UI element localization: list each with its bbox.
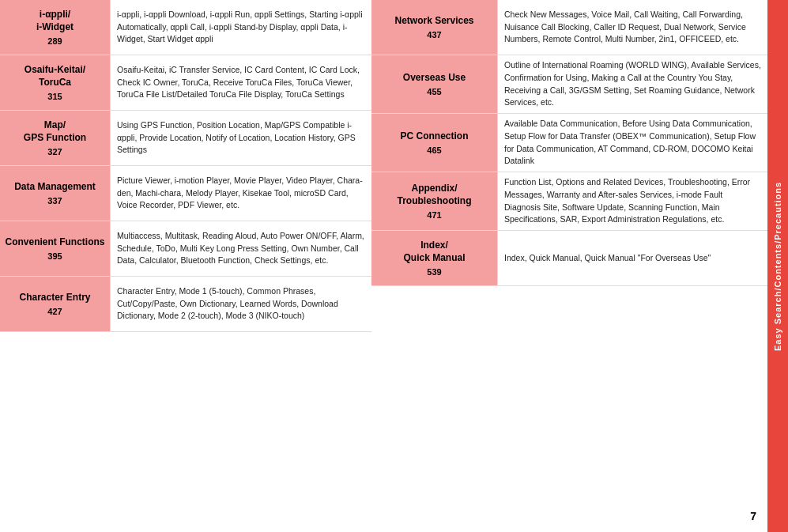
right-row-page-number: 437 bbox=[427, 30, 441, 40]
right-row-header: Appendix/ Troubleshooting471 bbox=[371, 172, 498, 230]
row-header: Data Management337 bbox=[0, 166, 111, 221]
row-page-number: 315 bbox=[47, 92, 62, 101]
row-header: Map/GPS Function327 bbox=[0, 111, 111, 165]
row-title: Data Management bbox=[14, 181, 96, 194]
right-row-title: PC Connection bbox=[401, 130, 469, 143]
right-table-row: Overseas Use455Outline of International … bbox=[371, 55, 767, 114]
left-table-row: Character Entry427Character Entry, Mode … bbox=[0, 277, 371, 332]
row-header: i-αppli/i-Widget289 bbox=[0, 0, 111, 55]
right-row-page-number: 465 bbox=[427, 145, 441, 155]
row-content: Character Entry, Mode 1 (5-touch), Commo… bbox=[111, 277, 371, 331]
right-row-content: Check New Messages, Voice Mail, Call Wai… bbox=[498, 0, 767, 55]
row-title: Convenient Functions bbox=[6, 236, 105, 249]
right-row-title: Appendix/ Troubleshooting bbox=[398, 183, 472, 207]
right-row-content: Outline of International Roaming (WORLD … bbox=[498, 55, 767, 113]
row-content: Osaifu-Keitai, iC Transfer Service, IC C… bbox=[111, 55, 371, 110]
left-table-row: Map/GPS Function327Using GPS Function, P… bbox=[0, 111, 371, 166]
row-content: Picture Viewer, i-motion Player, Movie P… bbox=[111, 166, 371, 221]
left-table-row: Data Management337Picture Viewer, i-moti… bbox=[0, 166, 371, 221]
right-row-title: Network Services bbox=[394, 15, 473, 28]
page-number: 7 bbox=[750, 510, 756, 523]
row-title: i-αppli/i-Widget bbox=[36, 9, 74, 33]
right-row-content: Function List, Options and Related Devic… bbox=[498, 172, 767, 230]
right-row-page-number: 539 bbox=[427, 267, 441, 277]
right-row-header: Index/ Quick Manual539 bbox=[371, 231, 498, 285]
row-header: Osaifu-Keitai/ ToruCa315 bbox=[0, 55, 111, 110]
row-header: Character Entry427 bbox=[0, 277, 111, 331]
left-column: i-αppli/i-Widget289i-αppli, i-αppli Down… bbox=[0, 0, 371, 532]
row-page-number: 337 bbox=[47, 196, 62, 206]
left-table-row: Convenient Functions395Multiaccess, Mult… bbox=[0, 221, 371, 277]
row-header: Convenient Functions395 bbox=[0, 221, 111, 276]
right-table-row: Index/ Quick Manual539Index, Quick Manua… bbox=[371, 231, 767, 286]
right-row-header: Network Services437 bbox=[371, 0, 498, 55]
right-column: Network Services437Check New Messages, V… bbox=[371, 0, 767, 532]
row-page-number: 289 bbox=[47, 36, 62, 46]
right-row-page-number: 455 bbox=[427, 87, 441, 96]
row-title: Map/GPS Function bbox=[24, 119, 86, 144]
row-page-number: 327 bbox=[47, 147, 62, 157]
right-table-row: Network Services437Check New Messages, V… bbox=[371, 0, 767, 55]
left-table-row: Osaifu-Keitai/ ToruCa315Osaifu-Keitai, i… bbox=[0, 55, 371, 111]
row-page-number: 427 bbox=[47, 307, 62, 316]
right-row-title: Overseas Use bbox=[403, 72, 466, 85]
right-table-row: Appendix/ Troubleshooting471Function Lis… bbox=[371, 172, 767, 231]
row-content: Multiaccess, Multitask, Reading Aloud, A… bbox=[111, 221, 371, 276]
row-content: Using GPS Function, Position Location, M… bbox=[111, 111, 371, 165]
right-row-page-number: 471 bbox=[427, 210, 441, 220]
right-row-title: Index/ Quick Manual bbox=[403, 240, 465, 264]
right-row-header: Overseas Use455 bbox=[371, 55, 498, 113]
sidebar-label: Easy Search/Contents/Precautions bbox=[767, 0, 788, 532]
right-row-header: PC Connection465 bbox=[371, 114, 498, 172]
row-page-number: 395 bbox=[47, 251, 62, 261]
right-row-content: Index, Quick Manual, Quick Manual "For O… bbox=[498, 231, 767, 285]
row-title: Osaifu-Keitai/ ToruCa bbox=[25, 64, 85, 89]
right-row-content: Available Data Communication, Before Usi… bbox=[498, 114, 767, 172]
right-table-row: PC Connection465Available Data Communica… bbox=[371, 114, 767, 172]
row-content: i-αppli, i-αppli Download, i-αppli Run, … bbox=[111, 0, 371, 55]
row-title: Character Entry bbox=[19, 292, 90, 304]
left-table-row: i-αppli/i-Widget289i-αppli, i-αppli Down… bbox=[0, 0, 371, 55]
